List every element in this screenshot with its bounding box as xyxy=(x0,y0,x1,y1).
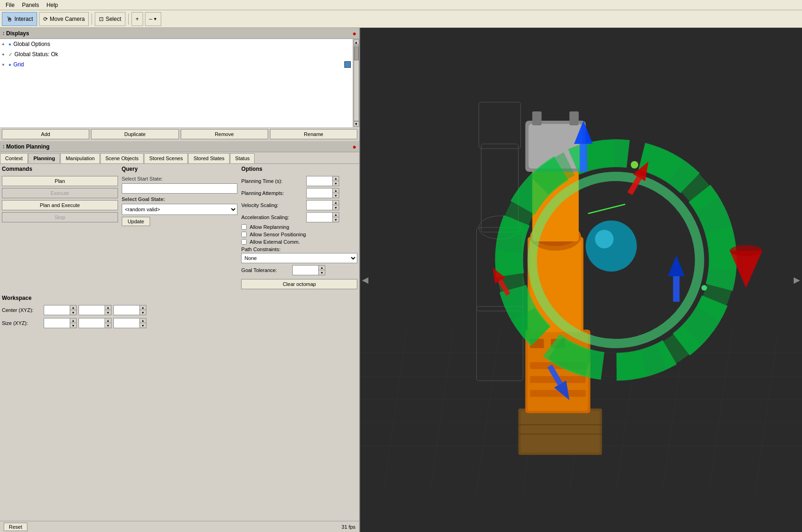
allow-replanning-checkbox[interactable] xyxy=(241,224,247,230)
acceleration-scaling-input[interactable]: 1.00 ▲ ▼ xyxy=(306,212,339,222)
goal-dropdown-container[interactable]: <random valid> <current> <same as start> xyxy=(122,204,238,215)
acceleration-scaling-row: Acceleration Scaling: 1.00 ▲ ▼ xyxy=(241,212,357,222)
remove-display-button[interactable]: – ▼ xyxy=(145,12,162,26)
allow-external-checkbox[interactable] xyxy=(241,239,247,245)
viewport-arrow-right[interactable]: ▶ xyxy=(794,275,800,285)
path-constraints-label: Path Constraints: xyxy=(241,247,357,252)
center-y-input[interactable]: 0.00 ▲ ▼ xyxy=(79,305,112,315)
svg-point-55 xyxy=(586,221,637,272)
path-constraints-select[interactable]: None xyxy=(242,254,357,262)
motion-planning-header[interactable]: : Motion Planning ● xyxy=(0,141,359,152)
center-x-down[interactable]: ▼ xyxy=(70,310,76,315)
center-z-field[interactable]: 0.00 xyxy=(114,306,139,314)
goal-state-selector[interactable]: <random valid> <current> <same as start> xyxy=(122,204,238,215)
start-state-display xyxy=(122,183,238,194)
add-button[interactable]: Add xyxy=(2,129,89,139)
size-y-up[interactable]: ▲ xyxy=(105,318,111,323)
velocity-scaling-down[interactable]: ▼ xyxy=(332,205,339,210)
allow-sensor-checkbox[interactable] xyxy=(241,232,247,237)
acceleration-scaling-down[interactable]: ▼ xyxy=(332,217,339,222)
planning-time-down[interactable]: ▼ xyxy=(332,181,339,186)
tab-scene-objects[interactable]: Scene Objects xyxy=(100,153,144,163)
planning-attempts-down[interactable]: ▼ xyxy=(332,193,339,198)
mp-close-icon[interactable]: ● xyxy=(353,143,356,150)
move-camera-button[interactable]: ⟳ Move Camera xyxy=(39,12,89,26)
displays-scrollbar[interactable]: ▲ ▼ xyxy=(353,39,359,127)
center-x-field[interactable]: 0.00 xyxy=(44,306,70,314)
acceleration-scaling-field[interactable]: 1.00 xyxy=(307,214,332,221)
velocity-scaling-up[interactable]: ▲ xyxy=(332,201,339,205)
expander-global-options: + xyxy=(2,42,8,47)
tree-item-global-status[interactable]: + ✓ Global Status: Ok xyxy=(0,49,353,59)
motion-planning-section: : Motion Planning ● Context Planning Man… xyxy=(0,141,359,521)
size-y-field[interactable]: 2.00 xyxy=(79,319,105,327)
commands-section: Commands Plan Execute Plan and Execute S… xyxy=(2,166,118,289)
tab-context[interactable]: Context xyxy=(0,153,28,163)
size-z-up[interactable]: ▲ xyxy=(139,318,146,323)
goal-tolerance-up[interactable]: ▲ xyxy=(318,266,325,270)
planning-time-field[interactable]: 5.00 xyxy=(307,177,332,185)
size-y-down[interactable]: ▼ xyxy=(105,323,111,328)
tab-status[interactable]: Status xyxy=(230,153,255,163)
tree-item-global-options[interactable]: + ● Global Options xyxy=(0,39,353,49)
displays-header[interactable]: : Displays ● xyxy=(0,28,359,39)
remove-button[interactable]: Remove xyxy=(181,129,268,139)
size-y-input[interactable]: 2.00 ▲ ▼ xyxy=(79,318,112,328)
size-x-down[interactable]: ▼ xyxy=(70,323,76,328)
size-z-down[interactable]: ▼ xyxy=(139,323,146,328)
goal-tolerance-field[interactable]: 0.00 xyxy=(293,266,318,274)
center-z-up[interactable]: ▲ xyxy=(139,305,146,310)
planning-attempts-row: Planning Attempts: 10.00 ▲ ▼ xyxy=(241,188,357,198)
menu-help[interactable]: Help xyxy=(43,1,62,9)
tab-stored-states[interactable]: Stored States xyxy=(188,153,230,163)
center-x-input[interactable]: 0.00 ▲ ▼ xyxy=(44,305,77,315)
center-y-field[interactable]: 0.00 xyxy=(79,306,105,314)
add-display-button[interactable]: + xyxy=(131,12,143,26)
path-constraints-select-container[interactable]: None xyxy=(241,253,357,263)
tree-item-grid[interactable]: + ● Grid xyxy=(0,59,353,70)
planning-tabs: Context Planning Manipulation Scene Obje… xyxy=(0,152,359,164)
scroll-thumb[interactable] xyxy=(354,46,359,60)
displays-close-icon[interactable]: ● xyxy=(353,30,356,37)
scroll-up-btn[interactable]: ▲ xyxy=(354,39,359,45)
menu-file[interactable]: File xyxy=(2,1,18,9)
select-button[interactable]: ⊡ Select xyxy=(95,12,125,26)
center-x-up[interactable]: ▲ xyxy=(70,305,76,310)
velocity-scaling-input[interactable]: 1.00 ▲ ▼ xyxy=(306,200,339,210)
update-button[interactable]: Update xyxy=(122,217,150,226)
plan-execute-button[interactable]: Plan and Execute xyxy=(2,200,118,210)
scroll-down-btn[interactable]: ▼ xyxy=(354,121,359,127)
planning-attempts-field[interactable]: 10.00 xyxy=(307,189,332,197)
velocity-scaling-field[interactable]: 1.00 xyxy=(307,201,332,209)
goal-tolerance-input[interactable]: 0.00 ▲ ▼ xyxy=(292,265,325,275)
plan-button[interactable]: Plan xyxy=(2,176,118,186)
size-x-field[interactable]: 2.00 xyxy=(44,319,70,327)
planning-time-up[interactable]: ▲ xyxy=(332,176,339,181)
planning-attempts-input[interactable]: 10.00 ▲ ▼ xyxy=(306,188,339,198)
planning-attempts-up[interactable]: ▲ xyxy=(332,188,339,193)
acceleration-scaling-up[interactable]: ▲ xyxy=(332,213,339,217)
center-y-down[interactable]: ▼ xyxy=(105,310,111,315)
menu-panels[interactable]: Panels xyxy=(18,1,43,9)
reset-button[interactable]: Reset xyxy=(4,523,27,531)
duplicate-button[interactable]: Duplicate xyxy=(91,129,178,139)
svg-rect-46 xyxy=(673,276,680,302)
size-x-input[interactable]: 2.00 ▲ ▼ xyxy=(44,318,77,328)
rename-button[interactable]: Rename xyxy=(270,129,357,139)
size-z-field[interactable]: 2.00 xyxy=(114,319,139,327)
clear-octomap-button[interactable]: Clear octomap xyxy=(241,279,357,289)
size-z-input[interactable]: 2.00 ▲ ▼ xyxy=(113,318,146,328)
center-y-up[interactable]: ▲ xyxy=(105,305,111,310)
goal-state-select[interactable]: <random valid> <current> <same as start> xyxy=(122,205,237,214)
tab-stored-scenes[interactable]: Stored Scenes xyxy=(144,153,188,163)
goal-tolerance-down[interactable]: ▼ xyxy=(318,270,325,275)
center-z-input[interactable]: 0.00 ▲ ▼ xyxy=(113,305,146,315)
viewport-arrow-left[interactable]: ◀ xyxy=(362,275,368,285)
tab-manipulation[interactable]: Manipulation xyxy=(60,153,99,163)
interact-button[interactable]: 🖱 Interact xyxy=(2,12,37,26)
planning-time-input[interactable]: 5.00 ▲ ▼ xyxy=(306,176,339,186)
center-z-down[interactable]: ▼ xyxy=(139,310,146,315)
workspace-title: Workspace xyxy=(2,295,357,301)
tab-planning[interactable]: Planning xyxy=(28,153,60,163)
size-x-up[interactable]: ▲ xyxy=(70,318,76,323)
